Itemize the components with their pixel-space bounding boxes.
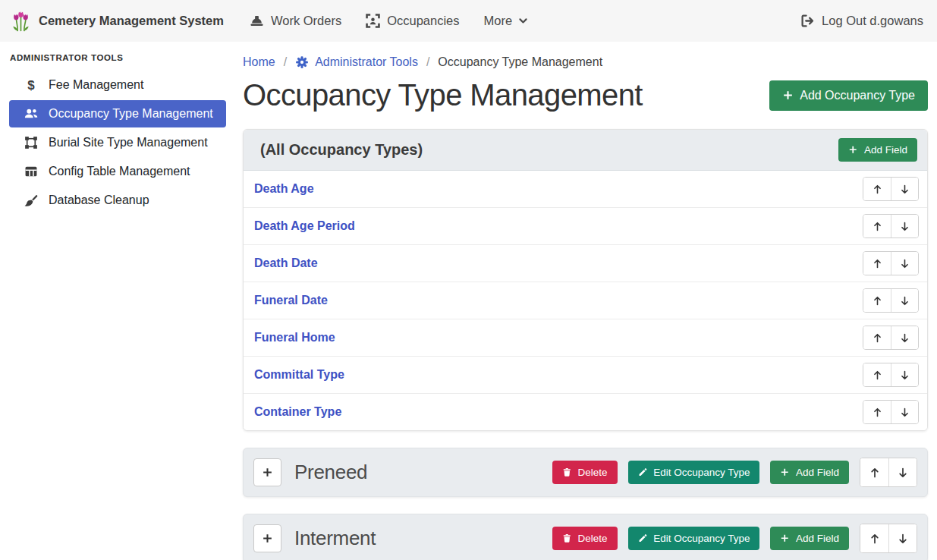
nav-item-occupancies[interactable]: Occupancies (366, 14, 459, 28)
all-occupancy-types-card: (All Occupancy Types) Add Field Death Ag… (243, 129, 928, 431)
main-content: Home/Administrator Tools/Occupancy Type … (235, 42, 937, 560)
section-title: Preneed (294, 461, 539, 484)
field-committal-type-move-up-button[interactable] (863, 363, 891, 386)
breadcrumb-label: Home (243, 55, 275, 69)
section-header-interment: IntermentDeleteEdit Occupancy TypeAdd Fi… (243, 514, 928, 560)
field-link-committal-type[interactable]: Committal Type (254, 368, 344, 382)
section-interment-move-down-button[interactable] (888, 524, 917, 552)
arrow-up-icon (872, 295, 883, 307)
edit-occupancy-type-button-interment[interactable]: Edit Occupancy Type (628, 527, 760, 550)
logout-button[interactable]: Log Out d.gowans (800, 14, 923, 28)
breadcrumb-separator: / (284, 55, 287, 69)
add-occupancy-type-button[interactable]: Add Occupancy Type (769, 80, 928, 111)
nav-item-label: Occupancies (387, 14, 459, 28)
expand-section-button-preneed[interactable] (253, 458, 281, 486)
arrow-down-icon (899, 258, 910, 269)
field-funeral-home-reorder-group (863, 326, 919, 350)
nav-item-work-orders[interactable]: Work Orders (250, 14, 341, 28)
field-container-type-move-down-button[interactable] (891, 401, 918, 423)
all-occupancy-types-title: (All Occupancy Types) (253, 141, 423, 159)
occupancy-type-sections: PreneedDeleteEdit Occupancy TypeAdd Fiel… (243, 448, 928, 560)
sidebar-nav: $Fee ManagementOccupancy Type Management… (9, 71, 226, 214)
field-link-funeral-home[interactable]: Funeral Home (254, 331, 335, 344)
field-death-age-move-up-button[interactable] (863, 178, 891, 200)
section-preneed-reorder-group (860, 458, 917, 487)
field-link-funeral-date[interactable]: Funeral Date (254, 294, 328, 307)
arrow-down-icon (899, 295, 910, 307)
breadcrumb-label: Administrator Tools (315, 55, 418, 69)
breadcrumb-administrator-tools[interactable]: Administrator Tools (295, 55, 418, 69)
field-death-age-move-down-button[interactable] (891, 178, 918, 200)
section-interment-reorder-group (860, 524, 917, 553)
app-title: Cemetery Management System (39, 14, 224, 28)
field-committal-type-move-down-button[interactable] (891, 363, 918, 386)
sidebar-heading: Administrator Tools (9, 53, 226, 71)
section-header-preneed: PreneedDeleteEdit Occupancy TypeAdd Fiel… (243, 448, 928, 497)
pencil-icon (638, 533, 648, 543)
sidebar-item-burial-site-type-management[interactable]: Burial Site Type Management (9, 129, 226, 156)
section-title: Interment (294, 527, 539, 550)
add-field-button-interment[interactable]: Add Field (770, 527, 849, 550)
gear-icon (295, 55, 309, 69)
edit-occupancy-type-button-preneed[interactable]: Edit Occupancy Type (628, 461, 760, 484)
sidebar-item-database-cleanup[interactable]: Database Cleanup (9, 187, 226, 214)
section-actions: DeleteEdit Occupancy TypeAdd Field (552, 458, 917, 487)
field-funeral-date-move-up-button[interactable] (863, 289, 891, 312)
field-row-committal-type: Committal Type (244, 356, 927, 393)
sidebar-item-fee-management[interactable]: $Fee Management (9, 71, 226, 99)
sidebar-item-label: Burial Site Type Management (49, 136, 208, 149)
top-navbar: Cemetery Management System Work Orders O… (0, 0, 937, 42)
sidebar-item-occupancy-type-management[interactable]: Occupancy Type Management (9, 100, 226, 127)
plus-icon (262, 467, 273, 478)
breadcrumb-home[interactable]: Home (243, 55, 275, 69)
delete-button-preneed-label: Delete (578, 467, 608, 478)
section-preneed-move-down-button[interactable] (888, 458, 917, 486)
plus-icon (262, 533, 273, 544)
navbar-left: Cemetery Management System Work Orders O… (11, 10, 552, 33)
trash-icon (562, 467, 572, 477)
expand-section-button-interment[interactable] (253, 524, 281, 552)
sidebar-item-label: Database Cleanup (49, 193, 149, 207)
field-funeral-home-move-down-button[interactable] (891, 326, 918, 349)
field-link-death-age[interactable]: Death Age (254, 182, 314, 196)
breadcrumb-label: Occupancy Type Management (438, 55, 602, 68)
add-field-button-preneed[interactable]: Add Field (770, 461, 849, 484)
field-row-death-age: Death Age (244, 171, 927, 207)
field-link-death-date[interactable]: Death Date (254, 256, 318, 270)
breadcrumb: Home/Administrator Tools/Occupancy Type … (243, 55, 928, 69)
section-preneed-move-up-button[interactable] (860, 458, 888, 486)
arrow-up-icon (872, 407, 883, 418)
navbar-right: Log Out d.gowans (800, 14, 923, 28)
app-brand[interactable]: Cemetery Management System (11, 10, 224, 33)
section-interment-move-up-button[interactable] (860, 524, 888, 552)
vector-square-icon (24, 136, 39, 149)
field-container-type-move-up-button[interactable] (863, 401, 891, 423)
plus-icon (782, 90, 794, 101)
field-committal-type-reorder-group (863, 363, 919, 387)
add-field-button[interactable]: Add Field (838, 138, 917, 162)
all-occupancy-types-header: (All Occupancy Types) Add Field (244, 130, 927, 171)
field-death-date-move-down-button[interactable] (891, 252, 918, 275)
arrow-down-icon (899, 332, 910, 344)
delete-button-interment[interactable]: Delete (552, 527, 618, 550)
field-funeral-date-move-down-button[interactable] (891, 289, 918, 312)
sidebar-item-label: Occupancy Type Management (49, 107, 213, 121)
field-funeral-home-move-up-button[interactable] (863, 326, 891, 349)
broom-icon (24, 193, 39, 207)
field-funeral-date-reorder-group (863, 288, 919, 313)
field-container-type-reorder-group (863, 400, 919, 424)
sidebar-item-config-table-management[interactable]: Config Table Management (9, 158, 226, 185)
field-death-age-period-move-up-button[interactable] (863, 215, 891, 238)
logout-label: Log Out d.gowans (822, 14, 923, 28)
table-icon (24, 165, 39, 178)
field-death-date-move-up-button[interactable] (863, 252, 891, 275)
field-link-container-type[interactable]: Container Type (254, 405, 341, 419)
field-death-age-period-move-down-button[interactable] (891, 215, 918, 238)
add-field-label: Add Field (864, 144, 907, 156)
arrow-down-icon (899, 370, 910, 381)
delete-button-preneed[interactable]: Delete (552, 461, 618, 484)
field-link-death-age-period[interactable]: Death Age Period (254, 219, 355, 233)
nav-item-more[interactable]: More (484, 14, 529, 28)
field-row-death-date: Death Date (244, 244, 927, 282)
field-row-funeral-home: Funeral Home (244, 319, 927, 356)
